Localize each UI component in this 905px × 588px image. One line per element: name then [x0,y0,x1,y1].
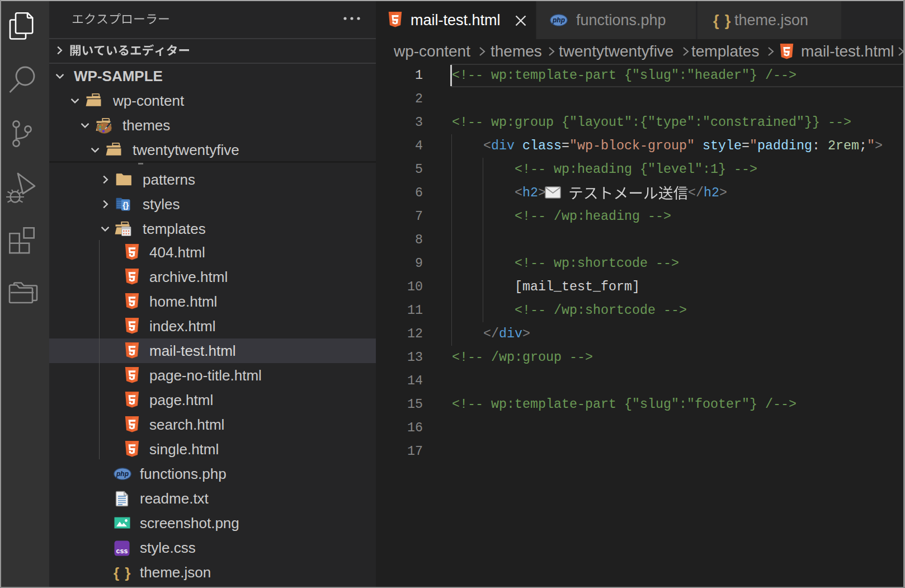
svg-text:php: php [116,470,129,478]
svg-text:css: css [116,547,128,555]
svg-text:php: php [552,16,565,24]
svg-text:{}: {} [122,201,129,210]
